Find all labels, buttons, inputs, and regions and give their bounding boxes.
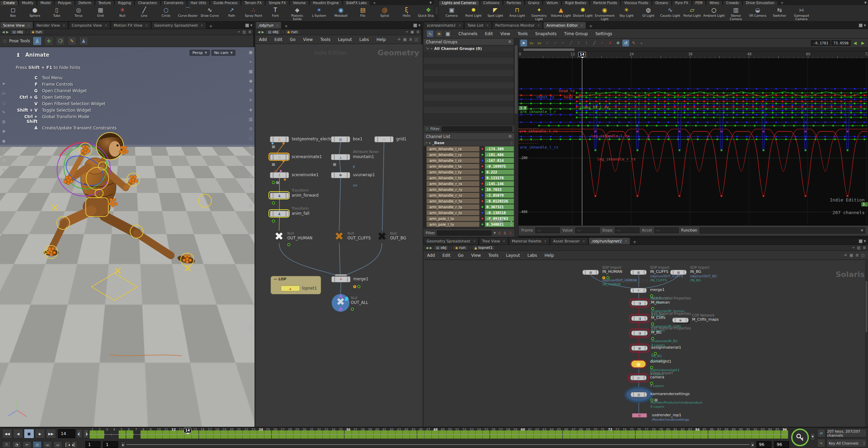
pose-tool-transform-button[interactable]: ✛ xyxy=(44,37,53,45)
graph-tool-icon-5[interactable]: ⌐ xyxy=(560,40,566,46)
undo-scrub-button[interactable]: ↩ xyxy=(23,441,31,448)
viewport-tool-icon-6[interactable]: ◉ xyxy=(2,139,5,143)
tab-take-list[interactable]: Take List× xyxy=(464,22,492,29)
shelf-tab-collisions[interactable]: Collisions xyxy=(480,0,503,5)
viewport-tool-icon-3[interactable]: ✎ xyxy=(2,110,5,115)
viewport-display-icon-0[interactable]: ▣ xyxy=(249,50,252,55)
geo-node-box1[interactable]: ■ xyxy=(331,136,350,142)
no-cam-button[interactable]: No cam▼ xyxy=(211,50,235,56)
geo-node-merge1[interactable]: ⚘ xyxy=(331,276,350,282)
path-chip-lopnet1[interactable]: ▲lopnet1 xyxy=(472,245,495,250)
solaris-node-karmarendersettings[interactable]: ▨ xyxy=(631,392,647,397)
tick-options-button[interactable]: ⚍ xyxy=(43,441,52,448)
graph-tool-icon-14[interactable]: ✎ xyxy=(630,40,637,46)
close-tab-icon[interactable]: × xyxy=(503,239,506,243)
shelf-tool-vr-camera[interactable]: ◒VR Camera xyxy=(747,6,769,17)
viewport-display-icon-2[interactable]: ▦ xyxy=(249,69,252,74)
solaris-node-M_Cliffs_maps[interactable]: ◉ xyxy=(672,318,689,323)
slope-field[interactable]: --- xyxy=(615,227,639,233)
solaris-menu-add[interactable]: Add xyxy=(427,253,435,258)
shelf-tool-spot-light[interactable]: ◤Spot Light xyxy=(484,6,506,17)
shelf-tab-particles[interactable]: Particles xyxy=(503,0,524,5)
tab--obj-run[interactable]: /obj/run× xyxy=(256,22,281,29)
shelf-tool-grid[interactable]: ▦Grid xyxy=(89,6,111,17)
shelf-tool-area-light[interactable]: ⊓Area Light xyxy=(506,6,528,17)
geo-menu-edit[interactable]: Edit xyxy=(274,37,282,42)
gear-icon[interactable]: ⚙ xyxy=(508,40,511,44)
solaris-node-IN_BG[interactable]: ▦ xyxy=(670,270,687,275)
keys-info-icon-button[interactable]: ⇄ xyxy=(817,429,825,437)
solaris-scrollbar[interactable] xyxy=(865,261,868,427)
viewport-display-icon-15[interactable]: ⌂ xyxy=(249,193,252,198)
graph-tool-icon-3[interactable]: ⤫ xyxy=(544,40,551,46)
persp-view-button[interactable]: Persp▼ xyxy=(190,50,209,56)
tab--obj-run-lopnet1[interactable]: /obj/run/lopnet1× xyxy=(589,237,630,244)
viewport-display-icon-13[interactable]: ✥ xyxy=(249,174,252,179)
channel-value[interactable]: -0.138518 xyxy=(485,210,514,215)
solaris-node-usdrender_rop1[interactable]: ▤ xyxy=(632,413,647,418)
solaris-node-M_BG[interactable]: ◨ xyxy=(631,331,648,336)
channel-value[interactable]: 0.133378 xyxy=(485,175,514,181)
shelf-tool-font[interactable]: TFont xyxy=(264,6,286,17)
playbar-current-frame-flag[interactable]: 14 xyxy=(184,428,191,433)
tab-performance-monitor[interactable]: Performance Monitor× xyxy=(492,22,543,29)
back-icon[interactable]: ◀ xyxy=(2,30,5,34)
channel-row-arm_ikhandle_r_rx[interactable]: arm_ikhandle_r_rx-145.146 xyxy=(424,181,514,186)
shelf-tab-modify[interactable]: Modify xyxy=(18,0,37,5)
viewport-display-icon-6[interactable]: ◈ xyxy=(249,107,252,112)
close-tab-icon[interactable]: × xyxy=(581,24,583,27)
shelf-tab-houdini-engine[interactable]: Houdini Engine xyxy=(309,0,342,5)
snapshot-icon[interactable]: ▣ xyxy=(410,30,414,34)
geo-node-OUT_BG[interactable]: ✖ xyxy=(376,230,388,243)
shelf-tool-box[interactable]: ◻Box xyxy=(2,6,24,17)
channel-row-arm_ikhandle_r_rz[interactable]: arm_ikhandle_r_rz-2.85079 xyxy=(424,193,514,198)
key-mode-icon-button[interactable]: ∿ xyxy=(817,439,825,447)
graph-range-bar[interactable] xyxy=(519,48,868,52)
pane-menu-arrow-icon[interactable]: ▼ xyxy=(864,240,866,243)
shelf-tab-pyro-fx[interactable]: Pyro FX xyxy=(672,0,692,5)
close-tab-icon[interactable]: × xyxy=(145,24,148,27)
new-tab-button[interactable]: + xyxy=(587,24,595,29)
audio-button[interactable]: ◔ xyxy=(12,441,21,448)
viewport-tool-icon-5[interactable]: ✥ xyxy=(2,129,5,134)
tab-geometry-spreadsheet[interactable]: Geometry Spreadsheet× xyxy=(424,237,479,244)
shelf-tab-deform[interactable]: Deform xyxy=(75,0,95,5)
viewport-tool-icon-1[interactable]: ▭ xyxy=(2,91,5,96)
shelf-tab-sidefx-labs[interactable]: SideFX Labs xyxy=(343,0,370,5)
pane-menu-arrow-icon[interactable]: ▼ xyxy=(864,24,866,27)
menu-bar-icon-2[interactable]: ≣ xyxy=(409,37,412,42)
drag-handle-icon[interactable]: ⣿⣿ xyxy=(3,39,6,43)
close-tab-icon[interactable]: × xyxy=(63,24,65,27)
viewport-tool-icon-10[interactable]: ⌖ xyxy=(3,177,5,182)
viewport-display-icon-10[interactable]: ≣ xyxy=(249,145,252,150)
menu-bar-icon-1[interactable]: ▦ xyxy=(403,37,407,42)
channel-value[interactable]: -0.0120226 xyxy=(485,198,514,204)
close-tab-icon[interactable]: × xyxy=(537,24,540,27)
pane-color-swatch[interactable] xyxy=(413,24,417,27)
set-key-button[interactable] xyxy=(791,429,809,446)
shelf-tab-drive-simulation[interactable]: Drive Simulation xyxy=(743,0,778,5)
geo-menu-view[interactable]: View xyxy=(303,37,313,42)
filter-dropdown-icon[interactable]: ▼ xyxy=(494,232,496,235)
shelf-tab-characters[interactable]: Characters xyxy=(135,0,160,5)
list-icon[interactable]: ≣ xyxy=(248,30,251,34)
shelf-tool-circle[interactable]: ○Circle xyxy=(155,6,177,17)
pane-color-swatch[interactable] xyxy=(859,24,863,27)
channel-value[interactable]: -145.146 xyxy=(485,181,514,186)
solaris-node-M_Cliffs[interactable]: ◨ xyxy=(631,316,648,321)
viewport-display-icon-8[interactable]: ⊙ xyxy=(249,126,252,131)
geo-menu-labs[interactable]: Labs xyxy=(359,37,369,42)
close-tab-icon[interactable]: × xyxy=(544,239,547,243)
menu-bar-icon-2[interactable]: ≣ xyxy=(855,253,858,257)
solaris-menu-go[interactable]: Go xyxy=(458,253,464,258)
close-tab-icon[interactable]: × xyxy=(458,24,461,27)
graph-view-button[interactable]: ∿ xyxy=(426,30,434,38)
pin-icon[interactable]: ⌖ xyxy=(852,246,854,250)
shelf-tool-null[interactable]: ✳Null xyxy=(111,6,133,17)
solaris-menu-layout[interactable]: Layout xyxy=(506,253,520,258)
shelf-tool-switcher[interactable]: ⇆Switcher xyxy=(769,6,790,17)
graph-tool-icon-9[interactable]: ╱ xyxy=(591,40,598,46)
gear-icon[interactable]: ⚙ xyxy=(508,134,512,139)
viewport-display-icon-12[interactable]: ▭ xyxy=(249,165,252,169)
menu-bar-icon-0[interactable]: ✛ xyxy=(398,37,401,42)
